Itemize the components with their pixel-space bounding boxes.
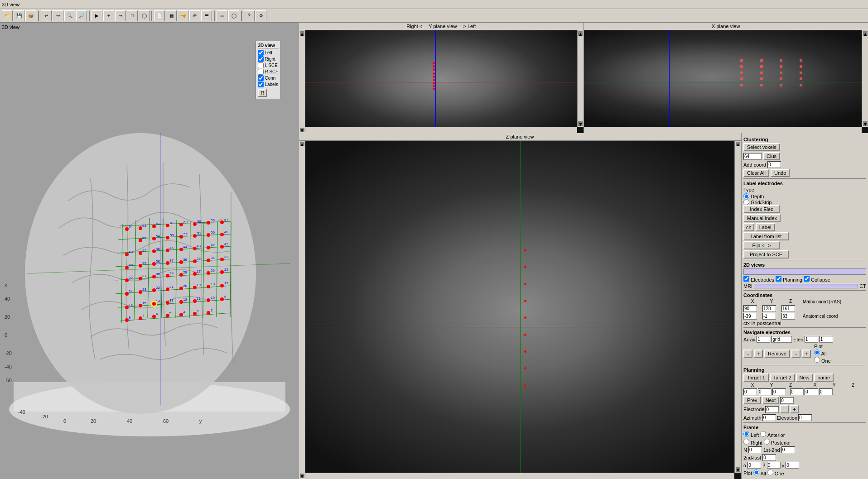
label-button[interactable]: Label	[756, 223, 775, 231]
new-button[interactable]: New	[796, 374, 813, 382]
y-scrollbar-bottom[interactable]	[305, 127, 577, 133]
coord-nz-input[interactable]	[781, 313, 795, 320]
flip-button[interactable]: Flip <-->	[743, 241, 780, 249]
coord-z-input[interactable]	[781, 305, 795, 312]
electrode-input[interactable]	[765, 406, 779, 413]
y-scrollbar-r[interactable]: ▲ ▼	[577, 30, 583, 127]
toolbar-save[interactable]: 💾	[14, 10, 24, 21]
one-radio[interactable]	[814, 357, 820, 363]
t2-x-input[interactable]	[790, 388, 804, 395]
frame-one-label[interactable]: One	[767, 469, 784, 476]
frame-anterior-label[interactable]: Anterior	[760, 431, 785, 438]
y-scroll-down[interactable]: ▼	[300, 128, 304, 132]
one-radio-label[interactable]: One	[814, 357, 831, 364]
project-sce-button[interactable]: Project to SCE	[743, 250, 789, 259]
index-elec-button[interactable]: Index Elec	[743, 205, 780, 213]
n-input[interactable]	[748, 446, 762, 453]
coord-nx-input[interactable]	[743, 313, 757, 320]
toolbar-open[interactable]: 📂	[2, 10, 13, 21]
overlay-right-item[interactable]: Right	[258, 56, 279, 62]
z-scrollbar-r[interactable]: ▲ ▼	[734, 141, 741, 473]
overlay-conn-checkbox[interactable]	[258, 75, 264, 81]
overlay-r-button[interactable]: R	[258, 89, 267, 97]
frame-posterior-label[interactable]: Posterior	[764, 439, 791, 445]
frame-all-label[interactable]: All	[753, 469, 766, 476]
array-input[interactable]	[757, 336, 770, 343]
overlay-labels-item[interactable]: Labels	[258, 81, 279, 87]
clear-all-button[interactable]: Clear All	[743, 169, 769, 177]
all-radio-label[interactable]: All	[814, 350, 831, 356]
t2-y-input[interactable]	[805, 388, 818, 395]
frame-left-label[interactable]: Left	[743, 431, 759, 438]
toolbar-config[interactable]: ⚙	[256, 10, 266, 21]
planning-checkbox[interactable]	[776, 276, 781, 282]
t1-z-input[interactable]	[772, 388, 786, 395]
toolbar-redo[interactable]: ↪	[53, 10, 63, 21]
electrodes-checkbox-label[interactable]: Electrodes	[743, 276, 774, 283]
nav-minus-button[interactable]: -	[743, 350, 752, 358]
toolbar-voxel[interactable]: ▦	[166, 10, 177, 21]
overlay-lsce-item[interactable]: L SCE	[258, 62, 279, 68]
gamma-input[interactable]	[786, 462, 799, 469]
prev-button[interactable]: Prev	[743, 396, 761, 404]
toolbar-export[interactable]: 📄	[154, 10, 165, 21]
planning-checkbox-label[interactable]: Planning	[776, 276, 802, 283]
planning-value-input[interactable]	[780, 397, 794, 404]
overlay-left-checkbox[interactable]	[258, 50, 264, 56]
second-last-input[interactable]	[762, 454, 776, 461]
name-button[interactable]: name	[814, 374, 834, 382]
y-scrollbar-v[interactable]: ▲ ▼	[299, 30, 305, 133]
frame-anterior-radio[interactable]	[760, 431, 766, 437]
grid-radio[interactable]	[743, 199, 749, 205]
toolbar-folder[interactable]: 📦	[25, 10, 36, 21]
overlay-left-item[interactable]: Left	[258, 50, 279, 56]
toolbar-circ[interactable]: ◯	[228, 10, 239, 21]
frame-right-label[interactable]: Right	[743, 439, 762, 445]
z-scroll-r-down[interactable]: ▼	[736, 467, 740, 472]
collapse-checkbox[interactable]	[804, 276, 810, 282]
x-scroll-down[interactable]: ▼	[863, 121, 868, 126]
z-plane-view[interactable]: ▲ ▼ ▲ ▼	[299, 141, 741, 479]
toolbar-brain[interactable]: 🔫	[178, 10, 188, 21]
alpha-input[interactable]	[747, 462, 761, 469]
frame-one-radio[interactable]	[767, 469, 773, 475]
toolbar-ellipse[interactable]: ◯	[139, 10, 149, 21]
z-scrollbar-bottom[interactable]	[305, 473, 734, 479]
toolbar-layer[interactable]: ☴	[201, 10, 212, 21]
remove-button[interactable]: Remove	[764, 350, 790, 358]
target1-button[interactable]: Target 1	[743, 374, 769, 382]
b-input[interactable]	[767, 462, 781, 469]
ch-button[interactable]: ch	[743, 223, 754, 231]
x-scrollbar-bottom[interactable]	[584, 127, 862, 133]
toolbar-select[interactable]: ▶	[92, 10, 102, 21]
frame-right-radio[interactable]	[743, 439, 749, 445]
z-scroll-up[interactable]: ▲	[300, 142, 304, 146]
toolbar-coord[interactable]: ⊕	[189, 10, 200, 21]
first-second-input[interactable]	[781, 446, 795, 453]
depth-radio[interactable]	[743, 193, 749, 199]
undo-button[interactable]: Undo	[771, 169, 790, 177]
overlay-rsce-checkbox[interactable]	[258, 69, 264, 75]
coord-x-input[interactable]	[743, 305, 757, 312]
y-plane-view[interactable]: ▲ ▼ ▲ ▼	[299, 30, 583, 133]
target2-button[interactable]: Target 2	[770, 374, 795, 382]
cluster-value-input[interactable]: 64	[743, 153, 762, 160]
frame-posterior-radio[interactable]	[764, 439, 770, 445]
y-scroll-up[interactable]: ▲	[300, 31, 304, 36]
grid-input[interactable]	[772, 336, 792, 343]
toolbar-zoom-in[interactable]: 🔍	[64, 10, 75, 21]
x-plane-view[interactable]: ▲ ▼	[584, 30, 868, 133]
coord-y-input[interactable]	[762, 305, 776, 312]
toolbar-cursor[interactable]: +	[103, 10, 114, 21]
z-scroll-down[interactable]: ▼	[300, 474, 304, 478]
mri-slider[interactable]	[754, 284, 858, 288]
toolbar-undo[interactable]: ↩	[41, 10, 52, 21]
add-coord-input[interactable]	[767, 161, 781, 168]
toolbar-question[interactable]: ?	[244, 10, 255, 21]
electrode-plus[interactable]: +	[790, 405, 799, 413]
select-voxels-button[interactable]: Select voxels	[743, 143, 780, 151]
t1-y-input[interactable]	[758, 388, 772, 395]
t2-z-input[interactable]	[819, 388, 833, 395]
frame-left-radio[interactable]	[743, 431, 749, 437]
frame-all-radio[interactable]	[753, 469, 759, 475]
